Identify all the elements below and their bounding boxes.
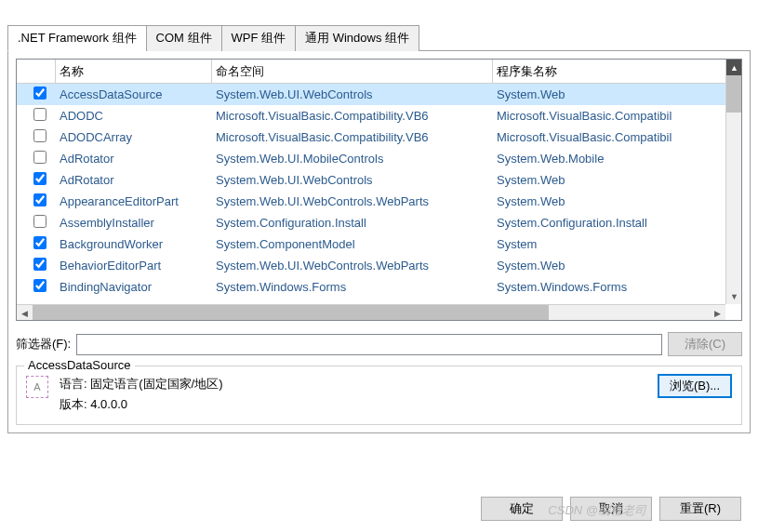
vertical-scrollbar[interactable]: ▲ ▼: [725, 60, 741, 304]
row-checkbox[interactable]: [33, 129, 47, 142]
table-row[interactable]: BindingNavigatorSystem.Windows.FormsSyst…: [17, 276, 741, 298]
scroll-thumb[interactable]: [33, 305, 549, 320]
row-checkbox[interactable]: [33, 236, 47, 249]
col-namespace[interactable]: 命名空间: [212, 60, 493, 83]
table-header: 名称 命名空间 程序集名称: [17, 60, 741, 84]
table-row[interactable]: AdRotatorSystem.Web.UI.WebControlsSystem…: [17, 169, 741, 191]
cell-assembly: System.Web: [493, 173, 741, 187]
tab[interactable]: 通用 Windows 组件: [295, 25, 419, 51]
cell-name: AdRotator: [56, 173, 212, 187]
filter-row: 筛选器(F): 清除(C): [16, 332, 742, 356]
table-row[interactable]: ADODCMicrosoft.VisualBasic.Compatibility…: [17, 105, 741, 126]
component-table: 名称 命名空间 程序集名称 AccessDataSourceSystem.Web…: [16, 59, 742, 321]
cell-assembly: System: [493, 237, 741, 251]
cell-namespace: System.Web.UI.MobileControls: [212, 152, 493, 166]
cell-namespace: System.Windows.Forms: [212, 280, 493, 294]
cell-assembly: Microsoft.VisualBasic.Compatibil: [493, 130, 741, 144]
cell-namespace: System.Configuration.Install: [212, 216, 493, 230]
lang-label: 语言:: [60, 377, 87, 391]
cell-name: BehaviorEditorPart: [56, 259, 212, 273]
cell-name: AppearanceEditorPart: [56, 194, 212, 208]
cell-name: ADODC: [56, 109, 212, 123]
cancel-button[interactable]: 取消: [570, 497, 652, 521]
cell-assembly: System.Web.Mobile: [493, 152, 741, 166]
cell-namespace: System.ComponentModel: [212, 237, 493, 251]
table-row[interactable]: AdRotatorSystem.Web.UI.MobileControlsSys…: [17, 148, 741, 169]
details-group: AccessDataSource A 语言: 固定语言(固定国家/地区) 版本:…: [16, 366, 742, 425]
cell-name: BackgroundWorker: [56, 237, 212, 251]
tab-strip: .NET Framework 组件COM 组件WPF 组件通用 Windows …: [7, 24, 751, 51]
dialog-buttons: 确定 取消 重置(R): [481, 497, 741, 521]
cell-assembly: System.Windows.Forms: [493, 280, 741, 294]
table-row[interactable]: BehaviorEditorPartSystem.Web.UI.WebContr…: [17, 255, 741, 276]
cell-namespace: Microsoft.VisualBasic.Compatibility.VB6: [212, 130, 493, 144]
cell-name: AssemblyInstaller: [56, 216, 212, 230]
table-row[interactable]: BackgroundWorkerSystem.ComponentModelSys…: [17, 233, 741, 255]
row-checkbox[interactable]: [33, 215, 47, 228]
col-name[interactable]: 名称: [56, 60, 212, 83]
row-checkbox[interactable]: [33, 172, 47, 185]
cell-namespace: Microsoft.VisualBasic.Compatibility.VB6: [212, 109, 493, 123]
cell-name: BindingNavigator: [56, 280, 212, 294]
cell-assembly: System.Configuration.Install: [493, 216, 741, 230]
row-checkbox[interactable]: [33, 193, 47, 206]
cell-name: AdRotator: [56, 152, 212, 166]
scroll-thumb[interactable]: [726, 75, 741, 113]
scroll-down-icon[interactable]: ▼: [726, 288, 742, 304]
table-row[interactable]: AccessDataSourceSystem.Web.UI.WebControl…: [17, 84, 741, 105]
clear-button[interactable]: 清除(C): [668, 332, 742, 356]
col-check[interactable]: [17, 60, 56, 83]
filter-label: 筛选器(F):: [16, 336, 71, 352]
col-assembly[interactable]: 程序集名称: [493, 60, 741, 83]
cell-assembly: System.Web: [493, 259, 741, 273]
cell-namespace: System.Web.UI.WebControls: [212, 173, 493, 187]
filter-input[interactable]: [76, 334, 662, 355]
tab[interactable]: .NET Framework 组件: [7, 25, 147, 51]
cell-name: AccessDataSource: [56, 87, 212, 101]
row-checkbox[interactable]: [33, 258, 47, 271]
cell-namespace: System.Web.UI.WebControls.WebParts: [212, 194, 493, 208]
cell-assembly: System.Web: [493, 87, 741, 101]
row-checkbox[interactable]: [33, 279, 47, 292]
table-body: AccessDataSourceSystem.Web.UI.WebControl…: [17, 84, 741, 301]
table-row[interactable]: ADODCArrayMicrosoft.VisualBasic.Compatib…: [17, 126, 741, 148]
cell-namespace: System.Web.UI.WebControls: [212, 87, 493, 101]
scroll-left-icon[interactable]: ◀: [17, 305, 33, 321]
lang-value: 固定语言(固定国家/地区): [90, 377, 222, 391]
cell-assembly: System.Web: [493, 194, 741, 208]
tab-panel: 名称 命名空间 程序集名称 AccessDataSourceSystem.Web…: [7, 51, 751, 433]
component-icon: A: [26, 376, 48, 398]
horizontal-scrollbar[interactable]: ◀ ▶: [17, 304, 725, 320]
scroll-up-icon[interactable]: ▲: [726, 60, 742, 75]
reset-button[interactable]: 重置(R): [659, 497, 741, 521]
tab[interactable]: COM 组件: [146, 25, 222, 51]
details-text: 语言: 固定语言(固定国家/地区) 版本: 4.0.0.0: [60, 374, 646, 415]
row-checkbox[interactable]: [33, 86, 47, 100]
ver-value: 4.0.0.0: [90, 397, 127, 411]
ok-button[interactable]: 确定: [481, 497, 563, 521]
row-checkbox[interactable]: [33, 151, 47, 164]
row-checkbox[interactable]: [33, 108, 47, 121]
cell-assembly: Microsoft.VisualBasic.Compatibil: [493, 109, 741, 123]
cell-namespace: System.Web.UI.WebControls.WebParts: [212, 259, 493, 273]
table-row[interactable]: AssemblyInstallerSystem.Configuration.In…: [17, 212, 741, 233]
cell-name: ADODCArray: [56, 130, 212, 144]
ver-label: 版本:: [60, 397, 87, 411]
tab[interactable]: WPF 组件: [221, 25, 297, 51]
browse-button[interactable]: 浏览(B)...: [658, 374, 732, 398]
scroll-right-icon[interactable]: ▶: [710, 305, 725, 321]
details-title: AccessDataSource: [24, 358, 135, 372]
table-row[interactable]: AppearanceEditorPartSystem.Web.UI.WebCon…: [17, 191, 741, 212]
